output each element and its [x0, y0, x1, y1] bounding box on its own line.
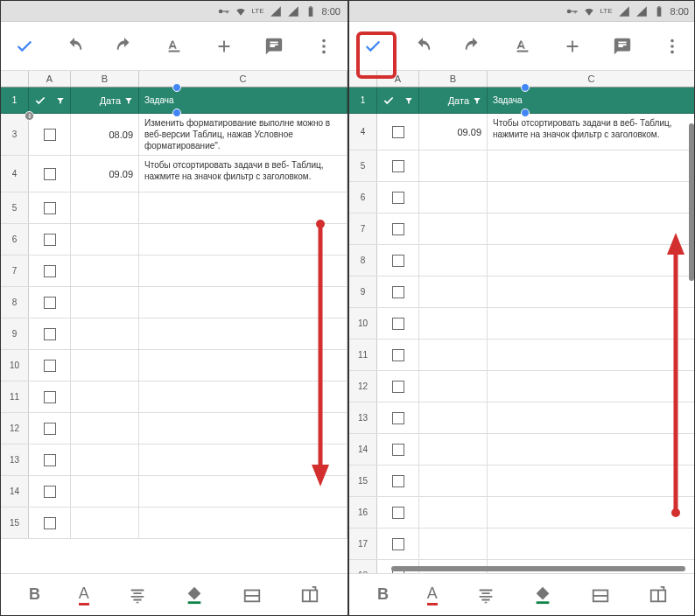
table-row[interactable]: 9: [1, 318, 348, 350]
table-row[interactable]: 12: [1, 413, 348, 444]
cell-date[interactable]: [71, 256, 139, 286]
cell-checkbox[interactable]: [377, 182, 419, 213]
cell-date[interactable]: [419, 245, 488, 276]
cell-checkbox[interactable]: [29, 318, 71, 349]
row-number[interactable]: 12: [1, 413, 29, 444]
bold-button[interactable]: B: [377, 585, 389, 604]
checkbox-icon[interactable]: [44, 129, 56, 141]
col-header-a[interactable]: A: [29, 71, 71, 87]
cell-checkbox[interactable]: [29, 382, 71, 412]
cell-task[interactable]: [139, 287, 348, 318]
accept-icon[interactable]: [363, 37, 383, 56]
table-row[interactable]: 15: [1, 508, 348, 539]
checkbox-icon[interactable]: [44, 328, 56, 340]
cell-task[interactable]: [488, 434, 695, 465]
checkbox-icon[interactable]: [44, 454, 56, 466]
table-row[interactable]: 7: [349, 214, 695, 245]
cell-date[interactable]: [419, 402, 488, 433]
cell-task[interactable]: [488, 466, 695, 496]
table-row[interactable]: 10: [1, 350, 348, 382]
table-row[interactable]: 9: [349, 276, 695, 308]
checkbox-icon[interactable]: [392, 538, 404, 550]
checkbox-icon[interactable]: [392, 318, 404, 330]
cell-checkbox[interactable]: [377, 114, 419, 150]
cell-task[interactable]: Чтобы отсортировать задачи в веб- Таблиц…: [139, 156, 348, 192]
cell-date[interactable]: [419, 371, 488, 402]
table-row[interactable]: 10: [349, 308, 695, 340]
cell-task[interactable]: [488, 528, 695, 559]
cell-date[interactable]: [71, 318, 139, 349]
table-row[interactable]: 7: [1, 256, 348, 287]
table-row[interactable]: 5: [349, 150, 695, 182]
row-number[interactable]: 13: [349, 402, 377, 433]
cell-checkbox[interactable]: [29, 476, 71, 507]
cell-task[interactable]: [488, 308, 695, 339]
cell-checkbox[interactable]: [377, 308, 419, 339]
checkbox-icon[interactable]: [392, 160, 404, 172]
filter-row[interactable]: 1 Дата Задача: [1, 88, 348, 114]
undo-icon[interactable]: [65, 37, 84, 56]
cell-button[interactable]: [591, 585, 610, 605]
cell-date[interactable]: [419, 434, 488, 465]
table-row[interactable]: 16: [349, 497, 695, 528]
cell-checkbox[interactable]: [377, 466, 419, 496]
row-number[interactable]: 7: [1, 256, 29, 286]
cell-checkbox[interactable]: [29, 413, 71, 444]
accept-icon[interactable]: [15, 37, 34, 56]
row-number[interactable]: 5: [349, 150, 377, 181]
cell-checkbox[interactable]: [377, 402, 419, 433]
cell-button[interactable]: [242, 585, 262, 605]
format-icon[interactable]: [513, 37, 532, 56]
scrollbar-vertical[interactable]: [689, 123, 694, 281]
row-number[interactable]: 8: [1, 287, 29, 318]
align-button[interactable]: [128, 585, 147, 605]
checkbox-icon[interactable]: [44, 391, 56, 403]
cell-date[interactable]: [419, 497, 488, 528]
corner-cell[interactable]: [1, 71, 29, 87]
cell-checkbox[interactable]: [29, 350, 71, 381]
table-row[interactable]: 11: [349, 340, 695, 371]
table-row[interactable]: 15: [349, 466, 695, 497]
cell-date[interactable]: [419, 466, 488, 496]
cell-task[interactable]: [139, 444, 348, 475]
redo-icon[interactable]: [115, 37, 134, 56]
cell-checkbox[interactable]: [377, 497, 419, 528]
cell-checkbox[interactable]: [377, 434, 419, 465]
fill-color-button[interactable]: [533, 585, 552, 605]
cell-date[interactable]: [419, 340, 488, 370]
row-number[interactable]: 12: [349, 371, 377, 402]
row-number[interactable]: 7: [349, 214, 377, 244]
row-number[interactable]: 13: [1, 444, 29, 475]
cell-checkbox[interactable]: [29, 444, 71, 475]
selection-handle[interactable]: [521, 83, 530, 92]
cell-checkbox[interactable]: [377, 528, 419, 559]
row-number[interactable]: 4: [1, 156, 29, 192]
cell-task[interactable]: [139, 382, 348, 412]
table-row[interactable]: 13: [349, 402, 695, 434]
cell-checkbox[interactable]: [377, 340, 419, 370]
merge-button[interactable]: [300, 585, 319, 605]
row-number[interactable]: 16: [349, 497, 377, 528]
more-icon[interactable]: [663, 37, 682, 56]
filter-date[interactable]: Дата: [419, 88, 488, 113]
table-row[interactable]: 308.09Изменить форматирование выполне мо…: [1, 114, 348, 156]
scrollbar-horizontal[interactable]: [391, 566, 685, 571]
cell-date[interactable]: [71, 382, 139, 412]
cell-task[interactable]: [488, 402, 695, 433]
row-number[interactable]: 18: [349, 560, 377, 573]
cell-task[interactable]: [488, 182, 695, 213]
row-number[interactable]: 9: [349, 276, 377, 307]
cell-checkbox[interactable]: [29, 508, 71, 538]
text-color-button[interactable]: A: [427, 584, 438, 606]
cell-checkbox[interactable]: [377, 214, 419, 244]
cell-task[interactable]: [139, 256, 348, 286]
cell-checkbox[interactable]: [29, 114, 71, 155]
checkbox-icon[interactable]: [392, 349, 404, 361]
merge-button[interactable]: [649, 585, 668, 605]
checkbox-icon[interactable]: [392, 507, 404, 519]
cell-checkbox[interactable]: [29, 256, 71, 286]
spreadsheet[interactable]: A B C 1 Дата Задача 409.09Чтобы отсортир…: [349, 71, 695, 573]
row-number[interactable]: 14: [1, 476, 29, 507]
cell-task[interactable]: Чтобы отсортировать задачи в веб- Таблиц…: [488, 114, 695, 150]
cell-date[interactable]: [71, 350, 139, 381]
